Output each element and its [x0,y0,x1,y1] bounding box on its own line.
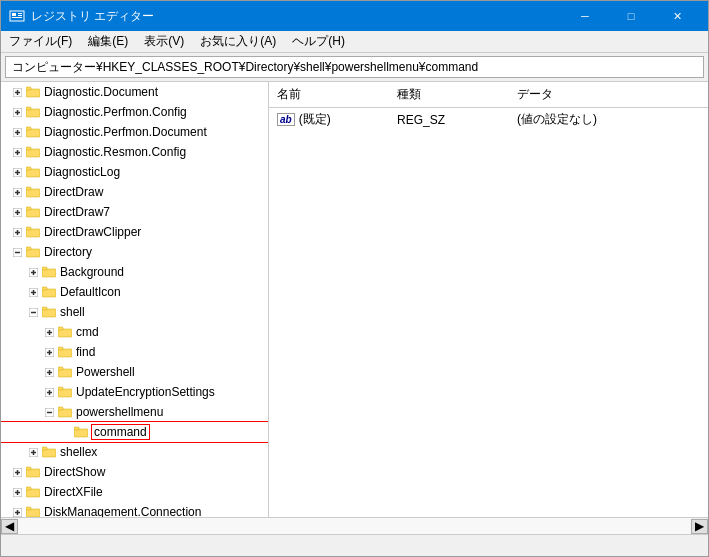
tree-item-updateenc[interactable]: UpdateEncryptionSettings [1,382,268,402]
window-title: レジストリ エディター [31,8,562,25]
menu-favorites[interactable]: お気に入り(A) [192,31,284,52]
tree-item-label: Background [60,265,124,279]
svg-rect-63 [42,267,47,270]
folder-icon [57,324,73,340]
tree-item-directshow[interactable]: DirectShow [1,462,268,482]
table-row[interactable]: ab(既定)REG_SZ(値の設定なし) [269,108,708,131]
expand-icon[interactable] [9,84,25,100]
tree-item-label: DirectShow [44,465,105,479]
tree-item-label: DiagnosticLog [44,165,120,179]
maximize-button[interactable]: □ [608,1,654,31]
tree-item-label: DirectDraw [44,185,103,199]
svg-rect-106 [74,427,79,430]
expand-icon[interactable] [25,444,41,460]
expand-icon[interactable] [9,144,25,160]
tree-item-directxfile[interactable]: DirectXFile [1,482,268,502]
tree-item-directdraw[interactable]: DirectDraw [1,182,268,202]
expand-icon[interactable] [9,464,25,480]
folder-icon [57,384,73,400]
tree-item-directdrawclipper[interactable]: DirectDrawClipper [1,222,268,242]
tree-item-diskmgmt-conn[interactable]: DiskManagement.Connection [1,502,268,517]
scroll-right-btn[interactable]: ▶ [691,519,708,534]
tree-item-label: DirectDrawClipper [44,225,141,239]
expand-icon[interactable] [9,104,25,120]
expand-icon[interactable] [41,344,57,360]
tree-item-powershell[interactable]: Powershell [1,362,268,382]
value-name-cell: ab(既定) [277,111,397,128]
tree-item-label: find [76,345,95,359]
expand-icon[interactable] [41,384,57,400]
value-name: (既定) [299,111,331,128]
menu-edit[interactable]: 編集(E) [80,31,136,52]
tree-item-command[interactable]: command [1,422,268,442]
tree-item-label: Directory [44,245,92,259]
svg-rect-57 [26,247,31,250]
tree-item-label: DirectDraw7 [44,205,110,219]
tree-item-shell[interactable]: shell [1,302,268,322]
svg-rect-69 [42,287,47,290]
tree-item-shellex[interactable]: shellex [1,442,268,462]
tree-item-cmd[interactable]: cmd [1,322,268,342]
scroll-left-btn[interactable]: ◀ [1,519,18,534]
value-data-cell: (値の設定なし) [517,111,700,128]
tree-item-label: command [92,425,149,439]
expand-icon[interactable] [41,324,57,340]
tree-pane[interactable]: Diagnostic.Document Diagnostic.Perfmon.C… [1,82,269,517]
svg-rect-40 [26,187,31,190]
status-bar [1,534,708,556]
tree-item-diag-perf-config[interactable]: Diagnostic.Perfmon.Config [1,102,268,122]
expand-icon[interactable] [25,304,41,320]
menu-file[interactable]: ファイル(F) [1,31,80,52]
address-path: コンピューター¥HKEY_CLASSES_ROOT¥Directory¥shel… [12,59,478,76]
svg-rect-3 [18,15,22,16]
folder-icon [25,224,41,240]
tree-item-directory[interactable]: Directory [1,242,268,262]
expand-icon[interactable] [9,484,25,500]
tree-item-label: Diagnostic.Perfmon.Config [44,105,187,119]
expand-icon[interactable] [9,164,25,180]
folder-icon [25,144,41,160]
expand-icon[interactable] [41,404,57,420]
folder-icon [25,124,41,140]
folder-icon [41,284,57,300]
expand-icon[interactable] [41,364,57,380]
expand-icon[interactable] [25,264,41,280]
tree-item-label: DirectXFile [44,485,103,499]
app-icon [9,8,25,24]
expand-icon[interactable] [9,184,25,200]
expand-icon[interactable] [9,224,25,240]
tree-item-powershellmenu[interactable]: powershellmenu [1,402,268,422]
svg-rect-28 [26,147,31,150]
tree-item-directdraw7[interactable]: DirectDraw7 [1,202,268,222]
tree-item-find[interactable]: find [1,342,268,362]
tree-item-diag-perf-doc[interactable]: Diagnostic.Perfmon.Document [1,122,268,142]
expand-icon[interactable] [9,124,25,140]
expand-icon[interactable] [9,204,25,220]
expand-icon[interactable] [25,284,41,300]
expand-icon[interactable] [57,424,73,440]
expand-icon[interactable] [9,244,25,260]
tree-item-diaglog[interactable]: DiagnosticLog [1,162,268,182]
window-controls: ─ □ ✕ [562,1,700,31]
menu-help[interactable]: ヘルプ(H) [284,31,353,52]
svg-rect-74 [42,307,47,310]
title-bar: レジストリ エディター ─ □ ✕ [1,1,708,31]
close-button[interactable]: ✕ [654,1,700,31]
tree-item-label: cmd [76,325,99,339]
tree-item-label: Powershell [76,365,135,379]
folder-icon [25,504,41,517]
tree-item-diag-resmon-config[interactable]: Diagnostic.Resmon.Config [1,142,268,162]
folder-icon [41,304,57,320]
address-bar[interactable]: コンピューター¥HKEY_CLASSES_ROOT¥Directory¥shel… [5,56,704,78]
menu-view[interactable]: 表示(V) [136,31,192,52]
tree-item-background[interactable]: Background [1,262,268,282]
minimize-button[interactable]: ─ [562,1,608,31]
svg-rect-1 [12,13,16,16]
tree-item-defaulticon[interactable]: DefaultIcon [1,282,268,302]
svg-rect-22 [26,127,31,130]
tree-item-diag-doc[interactable]: Diagnostic.Document [1,82,268,102]
expand-icon[interactable] [9,504,25,517]
scrollbar-horizontal[interactable]: ◀ ▶ [1,517,708,534]
svg-rect-16 [26,107,31,110]
menu-bar: ファイル(F) 編集(E) 表示(V) お気に入り(A) ヘルプ(H) [1,31,708,53]
